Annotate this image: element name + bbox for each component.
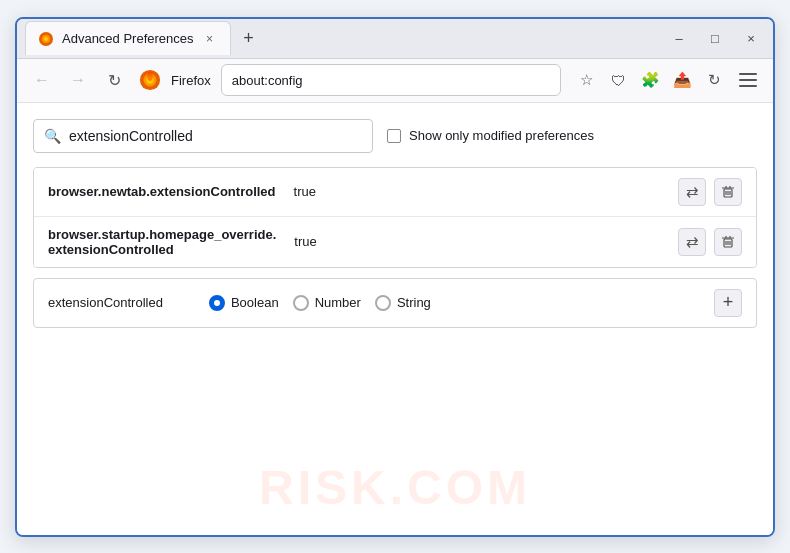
pref-value-2: true <box>294 234 316 249</box>
radio-string-circle <box>375 295 391 311</box>
extension-icon[interactable]: 🧩 <box>637 67 663 93</box>
address-bar[interactable]: about:config <box>221 64 561 96</box>
radio-number-label: Number <box>315 295 361 310</box>
swap-button-2[interactable]: ⇄ <box>678 228 706 256</box>
delete-button-1[interactable] <box>714 178 742 206</box>
radio-string[interactable]: String <box>375 295 431 311</box>
browser-tab[interactable]: Advanced Preferences × <box>25 21 231 55</box>
radio-number[interactable]: Number <box>293 295 361 311</box>
radio-boolean[interactable]: Boolean <box>209 295 279 311</box>
firefox-logo-icon <box>139 69 161 91</box>
radio-number-circle <box>293 295 309 311</box>
pref-name-2: browser.startup.homepage_override. exten… <box>48 227 276 257</box>
title-bar: Advanced Preferences × + – □ × <box>17 19 773 59</box>
row-2-actions: ⇄ <box>678 228 742 256</box>
window-controls: – □ × <box>665 24 765 52</box>
nav-icons: ☆ 🛡 🧩 📤 ↻ <box>573 67 763 93</box>
refresh-button[interactable]: ↻ <box>99 65 129 95</box>
add-preference-button[interactable]: + <box>714 289 742 317</box>
tab-close-button[interactable]: × <box>202 31 218 47</box>
firefox-brand-label: Firefox <box>171 73 211 88</box>
type-radio-group: Boolean Number String <box>209 295 431 311</box>
content-area: 🔍 extensionControlled Show only modified… <box>17 103 773 535</box>
watermark: RISK.COM <box>259 460 531 515</box>
show-modified-checkbox[interactable] <box>387 129 401 143</box>
maximize-button[interactable]: □ <box>701 24 729 52</box>
forward-button[interactable]: → <box>63 65 93 95</box>
shield-icon[interactable]: 🛡 <box>605 67 631 93</box>
add-preference-row: extensionControlled Boolean Number Strin… <box>33 278 757 328</box>
firefox-tab-icon <box>38 31 54 47</box>
new-tab-button[interactable]: + <box>235 24 263 52</box>
svg-point-2 <box>44 37 48 41</box>
table-row: browser.newtab.extensionControlled true … <box>34 168 756 217</box>
show-modified-label: Show only modified preferences <box>409 128 594 143</box>
radio-string-label: String <box>397 295 431 310</box>
radio-boolean-label: Boolean <box>231 295 279 310</box>
browser-window: Advanced Preferences × + – □ × ← → ↻ Fir… <box>15 17 775 537</box>
radio-boolean-circle <box>209 295 225 311</box>
pref-name-1: browser.newtab.extensionControlled <box>48 184 276 199</box>
search-row: 🔍 extensionControlled Show only modified… <box>33 119 757 153</box>
nav-bar: ← → ↻ Firefox about:config ☆ 🛡 🧩 📤 ↻ <box>17 59 773 103</box>
tab-title: Advanced Preferences <box>62 31 194 46</box>
close-button[interactable]: × <box>737 24 765 52</box>
minimize-button[interactable]: – <box>665 24 693 52</box>
show-modified-checkbox-row[interactable]: Show only modified preferences <box>387 128 594 143</box>
trash-icon <box>721 185 735 199</box>
download-icon[interactable]: 📤 <box>669 67 695 93</box>
hamburger-line-1 <box>739 73 757 75</box>
new-pref-name: extensionControlled <box>48 295 163 310</box>
sync-icon[interactable]: ↻ <box>701 67 727 93</box>
address-text: about:config <box>232 73 303 88</box>
menu-button[interactable] <box>733 67 763 93</box>
swap-button-1[interactable]: ⇄ <box>678 178 706 206</box>
search-input-value: extensionControlled <box>69 128 193 144</box>
row-1-actions: ⇄ <box>678 178 742 206</box>
trash-icon <box>721 235 735 249</box>
delete-button-2[interactable] <box>714 228 742 256</box>
svg-point-6 <box>147 72 153 81</box>
bookmark-icon[interactable]: ☆ <box>573 67 599 93</box>
table-row: browser.startup.homepage_override. exten… <box>34 217 756 267</box>
search-icon: 🔍 <box>44 128 61 144</box>
back-button[interactable]: ← <box>27 65 57 95</box>
pref-value-1: true <box>294 184 316 199</box>
hamburger-line-2 <box>739 79 757 81</box>
results-table: browser.newtab.extensionControlled true … <box>33 167 757 268</box>
hamburger-line-3 <box>739 85 757 87</box>
search-box[interactable]: 🔍 extensionControlled <box>33 119 373 153</box>
